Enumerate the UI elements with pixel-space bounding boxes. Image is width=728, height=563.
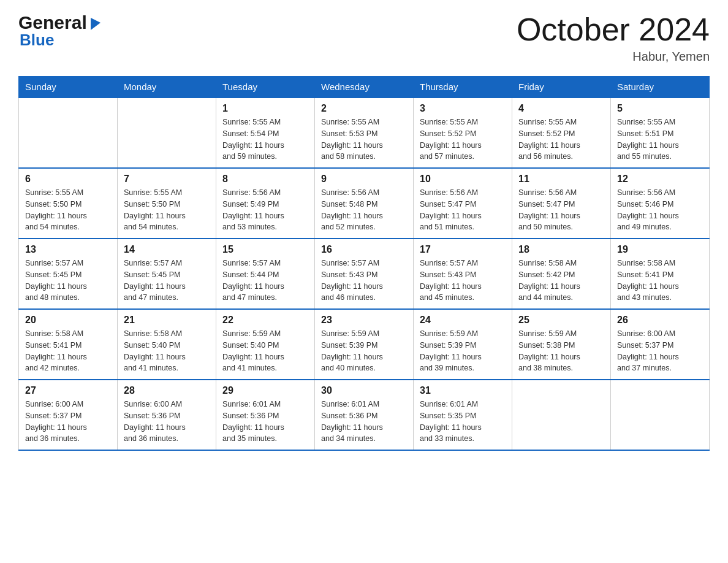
- day-info: Sunrise: 5:56 AM Sunset: 5:47 PM Dayligh…: [518, 188, 580, 231]
- day-info: Sunrise: 5:56 AM Sunset: 5:48 PM Dayligh…: [321, 188, 383, 231]
- calendar-header-cell: Saturday: [611, 77, 710, 98]
- day-number: 4: [518, 103, 604, 114]
- day-number: 15: [222, 244, 308, 255]
- calendar-body: 1Sunrise: 5:55 AM Sunset: 5:54 PM Daylig…: [19, 98, 710, 450]
- calendar-day-cell: 28Sunrise: 6:00 AM Sunset: 5:36 PM Dayli…: [118, 380, 216, 450]
- calendar-day-cell: 8Sunrise: 5:56 AM Sunset: 5:49 PM Daylig…: [216, 168, 315, 239]
- calendar-day-cell: 12Sunrise: 5:56 AM Sunset: 5:46 PM Dayli…: [611, 168, 710, 239]
- day-info: Sunrise: 5:57 AM Sunset: 5:44 PM Dayligh…: [222, 259, 284, 302]
- day-number: 26: [617, 315, 703, 326]
- day-info: Sunrise: 6:00 AM Sunset: 5:37 PM Dayligh…: [25, 400, 87, 443]
- calendar-day-cell: [19, 98, 118, 168]
- day-info: Sunrise: 5:59 AM Sunset: 5:40 PM Dayligh…: [222, 329, 284, 372]
- day-number: 14: [124, 244, 210, 255]
- day-info: Sunrise: 5:56 AM Sunset: 5:47 PM Dayligh…: [420, 188, 482, 231]
- calendar-day-cell: 11Sunrise: 5:56 AM Sunset: 5:47 PM Dayli…: [512, 168, 611, 239]
- logo-arrow-icon: [88, 17, 102, 30]
- day-number: 11: [518, 174, 604, 185]
- calendar-week-row: 6Sunrise: 5:55 AM Sunset: 5:50 PM Daylig…: [19, 168, 710, 239]
- day-number: 13: [25, 244, 111, 255]
- calendar-day-cell: 7Sunrise: 5:55 AM Sunset: 5:50 PM Daylig…: [118, 168, 216, 239]
- day-number: 18: [518, 244, 604, 255]
- calendar-day-cell: 21Sunrise: 5:58 AM Sunset: 5:40 PM Dayli…: [118, 309, 216, 380]
- calendar-day-cell: 15Sunrise: 5:57 AM Sunset: 5:44 PM Dayli…: [216, 239, 315, 309]
- calendar-day-cell: 29Sunrise: 6:01 AM Sunset: 5:36 PM Dayli…: [216, 380, 315, 450]
- day-number: 3: [420, 103, 506, 114]
- day-info: Sunrise: 5:55 AM Sunset: 5:52 PM Dayligh…: [420, 118, 482, 161]
- calendar-day-cell: 1Sunrise: 5:55 AM Sunset: 5:54 PM Daylig…: [216, 98, 315, 168]
- calendar-day-cell: 3Sunrise: 5:55 AM Sunset: 5:52 PM Daylig…: [414, 98, 512, 168]
- day-number: 31: [420, 385, 506, 396]
- day-info: Sunrise: 6:00 AM Sunset: 5:37 PM Dayligh…: [617, 329, 679, 372]
- day-number: 9: [321, 174, 407, 185]
- calendar-day-cell: 31Sunrise: 6:01 AM Sunset: 5:35 PM Dayli…: [414, 380, 512, 450]
- calendar-day-cell: 6Sunrise: 5:55 AM Sunset: 5:50 PM Daylig…: [19, 168, 118, 239]
- day-info: Sunrise: 5:58 AM Sunset: 5:41 PM Dayligh…: [617, 259, 679, 302]
- calendar-header-cell: Tuesday: [216, 77, 315, 98]
- calendar-day-cell: 26Sunrise: 6:00 AM Sunset: 5:37 PM Dayli…: [611, 309, 710, 380]
- day-number: 19: [617, 244, 703, 255]
- day-info: Sunrise: 6:01 AM Sunset: 5:35 PM Dayligh…: [420, 400, 482, 443]
- day-info: Sunrise: 5:58 AM Sunset: 5:40 PM Dayligh…: [124, 329, 186, 372]
- calendar-header-cell: Thursday: [414, 77, 512, 98]
- day-number: 24: [420, 315, 506, 326]
- calendar-day-cell: 13Sunrise: 5:57 AM Sunset: 5:45 PM Dayli…: [19, 239, 118, 309]
- day-number: 25: [518, 315, 604, 326]
- calendar-day-cell: [611, 380, 710, 450]
- calendar-week-row: 27Sunrise: 6:00 AM Sunset: 5:37 PM Dayli…: [19, 380, 710, 450]
- calendar-day-cell: 14Sunrise: 5:57 AM Sunset: 5:45 PM Dayli…: [118, 239, 216, 309]
- calendar-week-row: 13Sunrise: 5:57 AM Sunset: 5:45 PM Dayli…: [19, 239, 710, 309]
- page-title: October 2024: [517, 12, 710, 47]
- day-number: 30: [321, 385, 407, 396]
- calendar-header-row: SundayMondayTuesdayWednesdayThursdayFrid…: [19, 77, 710, 98]
- day-number: 29: [222, 385, 308, 396]
- title-area: October 2024 Habur, Yemen: [517, 12, 710, 64]
- day-info: Sunrise: 5:59 AM Sunset: 5:39 PM Dayligh…: [420, 329, 482, 372]
- calendar-header-cell: Friday: [512, 77, 611, 98]
- calendar-day-cell: 20Sunrise: 5:58 AM Sunset: 5:41 PM Dayli…: [19, 309, 118, 380]
- day-number: 2: [321, 103, 407, 114]
- day-number: 10: [420, 174, 506, 185]
- calendar-day-cell: 10Sunrise: 5:56 AM Sunset: 5:47 PM Dayli…: [414, 168, 512, 239]
- day-info: Sunrise: 5:57 AM Sunset: 5:43 PM Dayligh…: [420, 259, 482, 302]
- day-number: 8: [222, 174, 308, 185]
- calendar-day-cell: [118, 98, 216, 168]
- day-info: Sunrise: 6:01 AM Sunset: 5:36 PM Dayligh…: [222, 400, 284, 443]
- calendar-header-cell: Monday: [118, 77, 216, 98]
- day-info: Sunrise: 5:55 AM Sunset: 5:50 PM Dayligh…: [124, 188, 186, 231]
- day-info: Sunrise: 5:56 AM Sunset: 5:49 PM Dayligh…: [222, 188, 284, 231]
- calendar-day-cell: 2Sunrise: 5:55 AM Sunset: 5:53 PM Daylig…: [315, 98, 414, 168]
- day-info: Sunrise: 5:55 AM Sunset: 5:52 PM Dayligh…: [518, 118, 580, 161]
- day-number: 22: [222, 315, 308, 326]
- calendar-day-cell: 18Sunrise: 5:58 AM Sunset: 5:42 PM Dayli…: [512, 239, 611, 309]
- day-info: Sunrise: 5:55 AM Sunset: 5:51 PM Dayligh…: [617, 118, 679, 161]
- calendar-day-cell: [512, 380, 611, 450]
- day-number: 23: [321, 315, 407, 326]
- day-number: 1: [222, 103, 308, 114]
- calendar-week-row: 20Sunrise: 5:58 AM Sunset: 5:41 PM Dayli…: [19, 309, 710, 380]
- calendar-day-cell: 9Sunrise: 5:56 AM Sunset: 5:48 PM Daylig…: [315, 168, 414, 239]
- day-info: Sunrise: 5:55 AM Sunset: 5:50 PM Dayligh…: [25, 188, 87, 231]
- day-number: 20: [25, 315, 111, 326]
- calendar-day-cell: 17Sunrise: 5:57 AM Sunset: 5:43 PM Dayli…: [414, 239, 512, 309]
- day-info: Sunrise: 5:58 AM Sunset: 5:42 PM Dayligh…: [518, 259, 580, 302]
- day-number: 17: [420, 244, 506, 255]
- calendar-day-cell: 4Sunrise: 5:55 AM Sunset: 5:52 PM Daylig…: [512, 98, 611, 168]
- calendar-day-cell: 30Sunrise: 6:01 AM Sunset: 5:36 PM Dayli…: [315, 380, 414, 450]
- page-header: General Blue October 2024 Habur, Yemen: [18, 12, 710, 64]
- calendar-day-cell: 27Sunrise: 6:00 AM Sunset: 5:37 PM Dayli…: [19, 380, 118, 450]
- calendar-header-cell: Wednesday: [315, 77, 414, 98]
- day-info: Sunrise: 5:56 AM Sunset: 5:46 PM Dayligh…: [617, 188, 679, 231]
- day-number: 21: [124, 315, 210, 326]
- calendar-day-cell: 16Sunrise: 5:57 AM Sunset: 5:43 PM Dayli…: [315, 239, 414, 309]
- calendar-day-cell: 22Sunrise: 5:59 AM Sunset: 5:40 PM Dayli…: [216, 309, 315, 380]
- day-number: 5: [617, 103, 703, 114]
- day-number: 27: [25, 385, 111, 396]
- svg-marker-0: [91, 18, 100, 30]
- day-info: Sunrise: 5:57 AM Sunset: 5:45 PM Dayligh…: [124, 259, 186, 302]
- day-info: Sunrise: 6:01 AM Sunset: 5:36 PM Dayligh…: [321, 400, 383, 443]
- day-info: Sunrise: 5:57 AM Sunset: 5:45 PM Dayligh…: [25, 259, 87, 302]
- calendar-day-cell: 25Sunrise: 5:59 AM Sunset: 5:38 PM Dayli…: [512, 309, 611, 380]
- logo-blue-text: Blue: [20, 31, 54, 50]
- calendar-table: SundayMondayTuesdayWednesdayThursdayFrid…: [18, 76, 710, 451]
